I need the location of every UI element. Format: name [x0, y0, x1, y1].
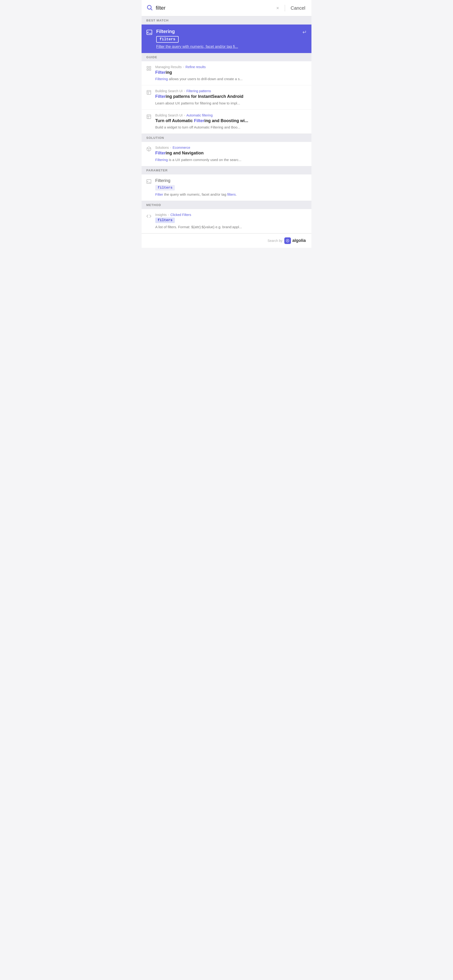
solution-item-1[interactable]: Solutions › Ecommerce Filtering and Navi…: [142, 142, 311, 166]
svg-line-1: [151, 9, 152, 10]
guide-item-1-title: Filtering: [155, 70, 307, 75]
breadcrumb-parent: Managing Results: [155, 65, 182, 69]
box-icon: [146, 146, 152, 153]
solution-item-1-desc: Filtering is a UX pattern commonly used …: [155, 157, 307, 162]
best-match-desc-rest: the query with numeric, facet and/or tag…: [165, 45, 238, 49]
breadcrumb-separator: ›: [184, 114, 185, 117]
method-item-1[interactable]: Insights › Clicked Filters filters A lis…: [142, 209, 311, 233]
breadcrumb-parent: Building Search UI: [155, 113, 183, 117]
title-before: Turn off Automatic: [155, 118, 194, 123]
svg-point-18: [287, 240, 288, 241]
breadcrumb-child: Filtering patterns: [187, 89, 211, 93]
section-header-method: METHOD: [142, 201, 311, 209]
best-match-desc-highlight: Filter: [156, 45, 165, 49]
title-highlight: Filter: [155, 151, 166, 155]
method-item-1-desc: A list of filters. Format: ${attr}:${val…: [155, 224, 307, 229]
desc-rest: is a UX pattern commonly used on the sea…: [168, 158, 241, 162]
guide-item-2[interactable]: Building Search UI › Filtering patterns …: [142, 85, 311, 110]
breadcrumb-separator: ›: [184, 89, 185, 93]
guide-item-2-breadcrumb: Building Search UI › Filtering patterns: [155, 89, 307, 93]
guide-item-1-content: Managing Results › Refine results Filter…: [155, 65, 307, 81]
breadcrumb-separator: ›: [168, 213, 169, 216]
title-highlight: Filter: [155, 94, 166, 99]
algolia-logo: algolia: [284, 237, 306, 244]
guide-item-3-breadcrumb: Building Search UI › Automatic filtering: [155, 113, 307, 117]
guide-item-1[interactable]: Managing Results › Refine results Filter…: [142, 61, 311, 85]
title-highlight: Filter: [155, 70, 166, 75]
layout-icon-2: [146, 114, 152, 121]
search-input[interactable]: [156, 5, 272, 11]
svg-rect-6: [147, 69, 148, 70]
parameter-item-1-desc: Filter the query with numeric, facet and…: [155, 192, 307, 197]
method-item-1-content: Insights › Clicked Filters filters A lis…: [155, 213, 307, 229]
svg-rect-7: [149, 69, 151, 70]
best-match-content: Filtering filters Filter the query with …: [156, 29, 299, 49]
desc-highlight: Filter: [155, 192, 163, 196]
breadcrumb-child: Ecommerce: [173, 146, 190, 150]
desc-period: .: [236, 192, 237, 196]
section-header-solution: SOLUTION: [142, 134, 311, 142]
terminal-icon-2: [146, 179, 152, 185]
svg-rect-11: [147, 115, 151, 119]
guide-item-2-title: Filtering patterns for InstantSearch And…: [155, 94, 307, 99]
desc-highlight: Filtering: [155, 77, 168, 81]
search-by-label: Search by: [268, 239, 282, 243]
cancel-button[interactable]: Cancel: [289, 5, 307, 11]
solution-item-1-title: Filtering and Navigation: [155, 150, 307, 156]
solution-item-1-breadcrumb: Solutions › Ecommerce: [155, 146, 307, 150]
parameter-item-1-content: Filtering filters Filter the query with …: [155, 178, 307, 197]
search-icon: [146, 4, 153, 12]
method-item-1-breadcrumb: Insights › Clicked Filters: [155, 213, 307, 216]
desc-highlight: Filtering: [155, 158, 168, 162]
layout-icon: [146, 90, 152, 96]
algolia-icon: [284, 237, 291, 244]
footer: Search by algolia: [142, 233, 311, 248]
breadcrumb-child: Clicked Filters: [170, 213, 191, 216]
guide-item-2-desc: Learn about UX patterns for filtering an…: [155, 101, 307, 106]
best-match-title: Filtering: [156, 29, 299, 34]
title-rest: ing and Navigation: [166, 151, 204, 155]
guide-item-3-desc: Build a widget to turn off Automatic Fil…: [155, 125, 307, 130]
guide-item-3-content: Building Search UI › Automatic filtering…: [155, 113, 307, 130]
enter-icon: ↵: [303, 29, 307, 35]
parameter-badge: filters: [155, 185, 175, 191]
guide-item-1-breadcrumb: Managing Results › Refine results: [155, 65, 307, 69]
solution-item-1-content: Solutions › Ecommerce Filtering and Navi…: [155, 146, 307, 162]
guide-item-1-desc: Filtering allows your users to drill-dow…: [155, 76, 307, 81]
code-icon: [146, 213, 152, 220]
title-rest: ing and Boosting wi...: [204, 118, 248, 123]
title-rest: ing patterns for InstantSearch Android: [166, 94, 243, 99]
method-badge: filters: [155, 218, 175, 223]
best-match-badge: filters: [156, 36, 179, 43]
parameter-item-1[interactable]: Filtering filters Filter the query with …: [142, 175, 311, 201]
grid-icon: [146, 66, 152, 72]
breadcrumb-separator: ›: [170, 146, 171, 149]
divider: [285, 5, 285, 11]
svg-rect-4: [147, 67, 148, 68]
desc-rest: the query with numeric, facet and/or tag: [163, 192, 227, 196]
breadcrumb-child: Refine results: [185, 65, 206, 69]
section-header-parameter: PARAMETER: [142, 166, 311, 175]
title-rest: ing: [166, 70, 172, 75]
search-bar: × Cancel: [142, 0, 311, 16]
breadcrumb-separator: ›: [183, 65, 184, 68]
breadcrumb-parent: Insights: [155, 213, 167, 216]
best-match-desc: Filter the query with numeric, facet and…: [156, 45, 299, 49]
terminal-icon: [146, 29, 152, 37]
guide-item-3[interactable]: Building Search UI › Automatic filtering…: [142, 110, 311, 134]
title-highlight: Filter: [194, 118, 204, 123]
parameter-parent-title: Filtering: [155, 178, 307, 183]
svg-rect-8: [147, 91, 151, 94]
section-header-guide: GUIDE: [142, 53, 311, 61]
svg-rect-5: [149, 67, 151, 68]
breadcrumb-parent: Building Search UI: [155, 89, 183, 93]
guide-item-2-content: Building Search UI › Filtering patterns …: [155, 89, 307, 105]
desc-rest: allows your users to drill-down and crea…: [168, 77, 242, 81]
breadcrumb-parent: Solutions: [155, 146, 169, 150]
best-match-item[interactable]: Filtering filters Filter the query with …: [142, 24, 311, 53]
breadcrumb-child: Automatic filtering: [187, 113, 212, 117]
section-header-best-match: BEST MATCH: [142, 16, 311, 24]
clear-button[interactable]: ×: [275, 5, 281, 11]
desc-link: filters: [227, 192, 236, 196]
guide-item-3-title: Turn off Automatic Filtering and Boostin…: [155, 118, 307, 124]
